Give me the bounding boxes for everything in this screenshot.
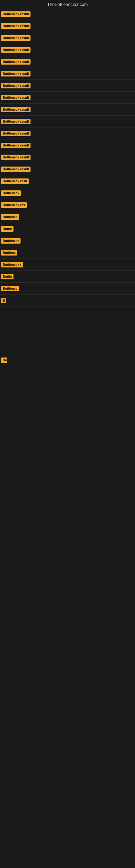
list-item[interactable] [0, 330, 135, 342]
list-item[interactable]: Bottleneck result [0, 151, 135, 163]
list-item[interactable]: Bottleneck result [0, 8, 135, 20]
bottleneck-result-label: Bottleneck result [1, 23, 31, 29]
list-item[interactable] [0, 378, 135, 390]
list-item[interactable]: Bottle [0, 223, 135, 235]
list-item[interactable]: Bottleneck result [0, 116, 135, 127]
bottleneck-result-label: Bottleneck result [1, 95, 31, 100]
list-item[interactable] [0, 390, 135, 402]
list-item[interactable] [0, 342, 135, 354]
list-item[interactable]: Bottleneck r [0, 259, 135, 271]
list-item[interactable]: Bottleneck result [0, 68, 135, 80]
list-item[interactable]: Bottlene [0, 247, 135, 259]
list-item[interactable]: Bottleneck result [0, 140, 135, 151]
bottleneck-result-label: Bottle [1, 226, 13, 231]
list-item[interactable]: Bottleneck result [0, 163, 135, 175]
site-title-bar: TheBottlenecker.com [0, 0, 135, 8]
list-item[interactable]: Bottle [0, 271, 135, 283]
bottleneck-result-label: Bottlene [1, 250, 17, 255]
bottleneck-result-label: Bottleneck result [1, 166, 31, 172]
bottleneck-result-label: Bottlenec [1, 214, 19, 220]
bottleneck-result-label: Bottleneck r [1, 262, 23, 268]
bottleneck-result-label: Bottleneck result [1, 83, 31, 88]
list-item[interactable]: Bottleneck resu [0, 175, 135, 187]
list-item[interactable]: Bottleneck result [0, 92, 135, 104]
bottleneck-result-label: Bottleneck [1, 238, 20, 244]
list-item[interactable]: B [0, 294, 135, 307]
list-item[interactable]: Bottleneck result [0, 104, 135, 116]
list-item[interactable]: Bottleneck result [0, 44, 135, 56]
bottleneck-result-label: Bottleneck result [1, 71, 31, 76]
list-item[interactable]: Bottleneck result [0, 80, 135, 92]
list-item[interactable] [0, 402, 135, 414]
bottleneck-result-label: Bottleneck result [1, 11, 31, 17]
list-item[interactable]: Bottleneck result [0, 20, 135, 32]
list-item[interactable] [0, 366, 135, 378]
list-item[interactable]: Bottlenec [0, 211, 135, 223]
bottleneck-result-label: B [1, 298, 6, 303]
list-item[interactable]: Bottleneck res [0, 199, 135, 211]
bottleneck-result-label: Bottleneck result [1, 59, 31, 65]
bottleneck-result-label: Bottlenec [1, 286, 18, 291]
bottleneck-result-label: Bottleneck [1, 190, 21, 196]
bottleneck-result-label: Bottleneck result [1, 131, 31, 136]
bottleneck-result-label: Bottleneck result [1, 47, 31, 53]
bottleneck-result-label: Bottleneck result [1, 35, 31, 41]
list-item[interactable]: Bottleneck result [0, 56, 135, 68]
bottleneck-result-label: Bottleneck result [1, 119, 31, 124]
list-item[interactable]: Bo [0, 354, 135, 366]
list-item[interactable] [0, 414, 135, 426]
bottleneck-result-label: Bo [1, 358, 7, 363]
bottleneck-result-label: Bottleneck result [1, 143, 31, 148]
list-item[interactable]: Bottleneck [0, 187, 135, 199]
list-item[interactable]: Bottlenec [0, 283, 135, 294]
list-item[interactable] [0, 318, 135, 330]
bottleneck-result-label: Bottle [1, 274, 13, 279]
list-item[interactable]: Bottleneck result [0, 127, 135, 140]
bottleneck-result-label: Bottleneck resu [1, 179, 29, 184]
bottleneck-result-label: Bottleneck result [1, 155, 31, 160]
list-item[interactable] [0, 307, 135, 318]
site-title: TheBottlenecker.com [0, 0, 135, 8]
bottleneck-result-label: Bottleneck result [1, 107, 31, 112]
list-item[interactable]: Bottleneck result [0, 32, 135, 44]
list-item[interactable]: Bottleneck [0, 235, 135, 247]
bottleneck-result-label: Bottleneck res [1, 203, 27, 208]
rows-container: Bottleneck resultBottleneck resultBottle… [0, 8, 135, 426]
